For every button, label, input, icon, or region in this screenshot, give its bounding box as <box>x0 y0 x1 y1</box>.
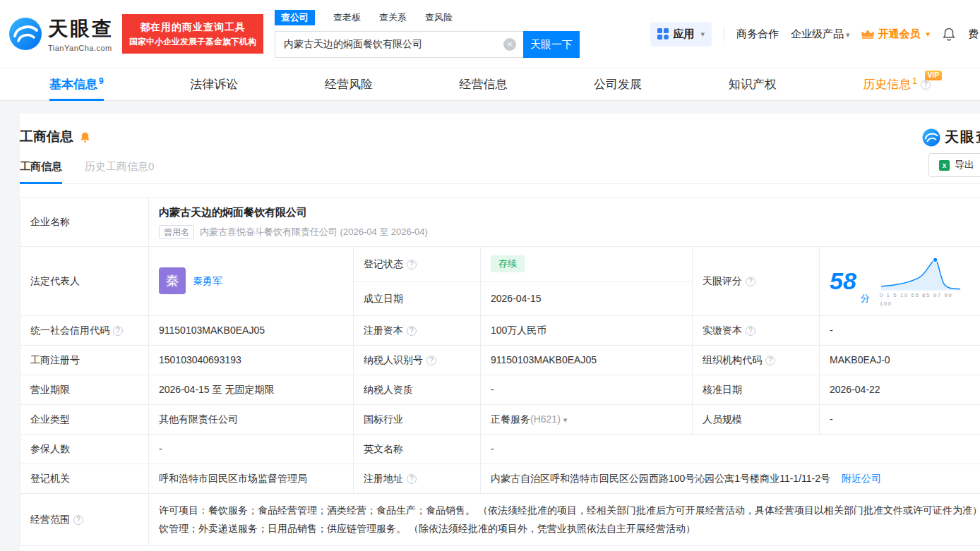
company-name-label: 企业名称 <box>20 198 149 247</box>
establish-date-value: 2026-04-15 <box>481 281 693 315</box>
tab-operation-risk[interactable]: 经营风险 <box>325 68 373 100</box>
table-row: 统一社会信用代码 91150103MAKB0EAJ05 注册资本 100万人民币… <box>20 315 980 345</box>
business-scope-value: 许可项目：餐饮服务；食品经营管理；酒类经营；食品生产；食品销售。 （依法须经批准… <box>149 493 980 545</box>
reg-status-cell: 存续 <box>481 246 693 281</box>
clear-search-icon[interactable] <box>503 38 516 51</box>
reg-capital-label-text: 注册资本 <box>364 325 403 336</box>
taxpayer-id-label: 纳税人识别号 <box>354 345 481 375</box>
export-button[interactable]: 导出 <box>928 153 980 177</box>
score-distribution-chart: 0 1 5 10 65 85 97 99 100 <box>880 254 963 308</box>
nearby-companies-link[interactable]: 附近公司 <box>842 473 881 484</box>
business-scope-label: 经营范围 <box>20 493 149 545</box>
table-row: 参保人数 - 英文名称 - <box>20 434 980 464</box>
score-axis-ticks: 0 1 5 10 65 85 97 99 100 <box>880 291 963 308</box>
industry-label: 国标行业 <box>354 404 481 434</box>
header-menu: 应用 商务合作 企业级产品 开通会员 费 <box>650 22 980 47</box>
tab-legal-label: 法律诉讼 <box>190 76 238 92</box>
address-value: 内蒙古自治区呼和浩特市回民区公园西路100号沁园公寓1号楼商业11-1/11-2… <box>491 473 830 484</box>
table-row: 营业期限 2026-04-15 至 无固定期限 纳税人资质 - 核准日期 202… <box>20 375 980 404</box>
company-type-value: 其他有限责任公司 <box>149 404 354 434</box>
approval-date-label: 核准日期 <box>693 375 820 404</box>
tab-basic-info[interactable]: 基本信息9 <box>49 68 104 100</box>
legal-rep-cell: 秦 秦勇军 <box>149 246 354 315</box>
industry-dropdown[interactable]: 正餐服务(H621) <box>491 413 567 425</box>
org-code-value: MAKB0EAJ-0 <box>820 345 980 375</box>
vip-upgrade-button[interactable]: 开通会员 <box>861 28 930 41</box>
reg-status-label: 登记状态 <box>354 246 481 281</box>
reg-status-help-icon[interactable] <box>407 260 417 270</box>
former-name-badge: 曾用名 <box>159 225 194 239</box>
business-scope-help-icon[interactable] <box>73 515 83 525</box>
legal-rep-avatar[interactable]: 秦 <box>159 267 186 294</box>
taxpayer-qualification-value: - <box>481 375 693 404</box>
search-input[interactable] <box>275 31 523 58</box>
tab-legal[interactable]: 法律诉讼 <box>190 68 238 100</box>
vip-label: 开通会员 <box>878 28 920 41</box>
reg-capital-value: 100万人民币 <box>481 315 693 345</box>
status-badge: 存续 <box>491 255 525 272</box>
reg-number-label: 工商注册号 <box>20 345 149 375</box>
watermark-brand: 天眼查 <box>945 128 980 147</box>
tab-company-development[interactable]: 公司发展 <box>594 68 642 100</box>
registry-label: 登记机关 <box>20 464 149 493</box>
search-box: 天眼一下 <box>275 31 580 58</box>
tab-history-label: 历史信息 <box>863 76 911 92</box>
tab-operation-info[interactable]: 经营信息 <box>459 68 507 100</box>
score-label: 天眼评分 <box>693 246 820 315</box>
credit-code-value: 91150103MAKB0EAJ05 <box>149 315 354 345</box>
apps-label: 应用 <box>673 28 694 41</box>
apps-button[interactable]: 应用 <box>650 22 712 47</box>
english-name-label: 英文名称 <box>354 434 481 464</box>
notifications-bell-icon[interactable] <box>942 27 956 41</box>
search-tab-risk[interactable]: 查风险 <box>425 10 453 25</box>
business-info-card: 工商信息 天眼查 工商信息 历史工商信息0 导出 <box>20 114 980 551</box>
industry-code: (H621) <box>530 413 561 425</box>
establish-date-label: 成立日期 <box>354 281 481 315</box>
table-row: 企业类型 其他有限责任公司 国标行业 正餐服务(H621) 人员规模 - <box>20 404 980 434</box>
taxpayer-id-value: 91150103MAKB0EAJ05 <box>481 345 693 375</box>
org-code-help-icon[interactable] <box>765 356 775 365</box>
reg-status-label-text: 登记状态 <box>364 258 403 270</box>
menu-enterprise[interactable]: 企业级产品 <box>791 28 850 41</box>
history-help-icon[interactable] <box>921 80 931 90</box>
staff-size-label: 人员规模 <box>693 404 820 434</box>
search-button[interactable]: 天眼一下 <box>523 31 580 58</box>
vip-badge: VIP <box>925 71 942 80</box>
tab-operation-info-label: 经营信息 <box>459 76 507 92</box>
subtab-business-info[interactable]: 工商信息 <box>20 160 62 184</box>
paid-capital-help-icon[interactable] <box>746 326 755 336</box>
section-header: 工商信息 <box>20 128 980 146</box>
search-tab-company[interactable]: 查公司 <box>275 10 315 25</box>
industry-cell: 正餐服务(H621) <box>481 404 693 434</box>
brand-name: 天眼查 <box>48 16 114 42</box>
tianyancha-logo-icon <box>8 17 42 51</box>
tab-history-info[interactable]: 历史信息1 VIP <box>863 68 931 100</box>
business-scope-label-text: 经营范围 <box>30 514 70 525</box>
tab-company-development-label: 公司发展 <box>594 76 642 92</box>
paid-capital-label: 实缴资本 <box>693 315 820 345</box>
approval-date-value: 2026-04-22 <box>820 375 980 404</box>
brand-logo[interactable]: 天眼查 TianYanCha.com <box>8 16 114 52</box>
taxpayer-qualification-label: 纳税人资质 <box>354 375 481 404</box>
english-name-value: - <box>481 434 980 464</box>
company-type-label: 企业类型 <box>20 404 149 434</box>
watermark-logo-icon <box>922 128 940 147</box>
legal-rep-link[interactable]: 秦勇军 <box>193 274 222 289</box>
menu-cooperation[interactable]: 商务合作 <box>736 28 779 41</box>
slogan-line2: 国家中小企业发展子基金旗下机构 <box>129 35 256 49</box>
brand-text: 天眼查 TianYanCha.com <box>48 16 114 52</box>
insured-count-label: 参保人数 <box>20 434 149 464</box>
address-help-icon[interactable] <box>407 474 417 484</box>
taxpayer-id-help-icon[interactable] <box>426 356 436 365</box>
search-tab-relation[interactable]: 查关系 <box>379 10 407 25</box>
subtab-history-business-info[interactable]: 历史工商信息0 <box>85 160 154 183</box>
tab-operation-risk-label: 经营风险 <box>325 76 373 92</box>
reg-capital-help-icon[interactable] <box>407 326 417 336</box>
tab-intellectual-property[interactable]: 知识产权 <box>729 68 777 100</box>
search-tab-boss[interactable]: 查老板 <box>333 10 361 25</box>
menu-fee-truncated[interactable]: 费 <box>968 28 979 41</box>
credit-code-help-icon[interactable] <box>113 326 123 336</box>
score-help-icon[interactable] <box>746 277 755 286</box>
monitor-bell-icon[interactable] <box>79 131 91 143</box>
former-name-value: 内蒙古喜悦奋斗餐饮有限责任公司 (2026-04 至 2026-04) <box>200 225 428 239</box>
